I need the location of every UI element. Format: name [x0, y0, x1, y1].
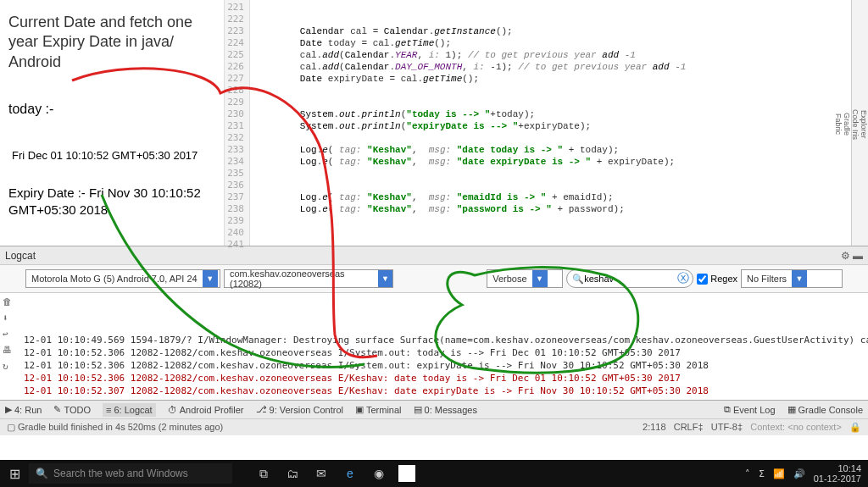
filter-text: No Filters	[742, 274, 792, 284]
device-selector[interactable]: Motorola Moto G (5) Android 7.0, API 24▼	[25, 269, 220, 288]
tab-todo[interactable]: ✎ TODO	[53, 404, 91, 415]
search-icon: 🔍	[572, 274, 584, 285]
status-bar: ▢ Gradle build finished in 4s 520ms (2 m…	[0, 418, 868, 435]
app-outlook-icon[interactable]: ✉	[307, 460, 336, 487]
annotation-expiry: Expiry Date :- Fri Nov 30 10:10:52 GMT+0…	[8, 185, 215, 218]
regex-label: Regex	[710, 274, 737, 284]
tray-bluetooth-icon[interactable]: ⵉ	[759, 468, 765, 479]
tab-messages[interactable]: ▤ 0: Messages	[414, 404, 477, 415]
search-icon: 🔍	[36, 468, 48, 479]
scroll-end-icon[interactable]: ⬇	[3, 312, 19, 324]
annotation-title: Current Date and fetch one year Expiry D…	[8, 13, 215, 72]
taskview-icon[interactable]: ⧉	[249, 460, 278, 487]
tool-explorer[interactable]: Explorer	[860, 8, 868, 241]
windows-search[interactable]: 🔍 Search the web and Windows	[29, 463, 232, 484]
logcat-title: Logcat	[5, 250, 36, 262]
lock-icon: 🔒	[849, 422, 861, 432]
right-tool-strip: Explorer Code Iris Gradle Fabric	[851, 0, 868, 246]
log-output[interactable]: 🗑 ⬇ ↩ 🖶 ↻ 12-01 10:10:49.569 1594-1879/?…	[0, 293, 868, 400]
wrap-icon[interactable]: ↩	[3, 328, 19, 340]
line-ending[interactable]: CRLF‡	[674, 422, 704, 432]
tray-clock[interactable]: 10:14 01-12-2017	[814, 463, 861, 484]
regex-check-input[interactable]	[697, 274, 708, 285]
tab-gradleconsole[interactable]: ▦ Gradle Console	[787, 404, 863, 415]
app-chrome-icon[interactable]: ◉	[364, 460, 393, 487]
filter-selector[interactable]: No Filters▼	[741, 269, 843, 288]
clear-search-icon[interactable]: ⓧ	[677, 271, 689, 286]
app-edge-icon[interactable]: e	[336, 460, 364, 487]
tab-eventlog[interactable]: ⧉ Event Log	[724, 404, 776, 415]
process-selector-text: com.keshav.ozoneoverseas (12082)	[225, 268, 378, 289]
tray-volume-icon[interactable]: 🔊	[793, 468, 805, 479]
tool-gradle[interactable]: Gradle	[843, 8, 851, 241]
tab-run[interactable]: ▶ 4: Run	[5, 404, 42, 415]
bottom-tool-tabs: ▶ 4: Run ✎ TODO ≡ 6: Logcat ⏱ Android Pr…	[0, 400, 868, 418]
loglevel-text: Verbose	[487, 274, 531, 284]
app-explorer-icon[interactable]: 🗂	[278, 460, 307, 487]
code-editor[interactable]: Calendar cal = Calendar.getInstance(); D…	[250, 0, 868, 246]
settings-icon[interactable]: ⚙ ▬	[841, 250, 863, 262]
caret-position: 2:118	[643, 422, 666, 432]
regex-checkbox[interactable]: Regex	[697, 274, 737, 285]
tray-chevron-icon[interactable]: ˄	[745, 468, 750, 479]
start-button[interactable]: ⊞	[0, 460, 29, 487]
tab-profiler[interactable]: ⏱ Android Profiler	[168, 405, 244, 415]
line-gutter: 2212222232242252262272282292302312322332…	[225, 0, 250, 246]
tray-wifi-icon[interactable]: 📶	[773, 468, 785, 479]
trash-icon[interactable]: 🗑	[3, 296, 19, 308]
tab-vcs[interactable]: ⎇ 9: Version Control	[256, 404, 343, 415]
context-status[interactable]: Context: <no context>	[750, 422, 842, 432]
tool-codeiris[interactable]: Code Iris	[851, 8, 860, 241]
loglevel-selector[interactable]: Verbose▼	[487, 269, 563, 288]
encoding[interactable]: UTF-8‡	[711, 422, 743, 432]
annotation-today-value: Fri Dec 01 10:10:52 GMT+05:30 2017	[12, 149, 198, 163]
build-status: Gradle build finished in 4s 520ms (2 min…	[18, 422, 223, 432]
tab-logcat[interactable]: ≡ 6: Logcat	[103, 403, 156, 417]
log-search-input[interactable]	[584, 274, 677, 284]
device-selector-text: Motorola Moto G (5) Android 7.0, API 24	[26, 274, 203, 284]
tab-terminal[interactable]: ▣ Terminal	[355, 404, 402, 415]
annotation-today-label: today :-	[8, 102, 53, 117]
app-notepad-icon[interactable]	[398, 465, 415, 482]
process-selector[interactable]: com.keshav.ozoneoverseas (12082)▼	[224, 269, 393, 288]
restart-icon[interactable]: ↻	[3, 360, 19, 373]
logcat-panel: Logcat ⚙ ▬ Motorola Moto G (5) Android 7…	[0, 246, 868, 400]
windows-taskbar: ⊞ 🔍 Search the web and Windows ⧉ 🗂 ✉ e ◉…	[0, 460, 868, 487]
tool-fabric[interactable]: Fabric	[834, 8, 843, 241]
windows-search-placeholder: Search the web and Windows	[53, 468, 188, 479]
annotation-overlay: Current Date and fetch one year Expiry D…	[0, 0, 225, 246]
log-search-field[interactable]: 🔍 ⓧ	[566, 269, 693, 288]
print-icon[interactable]: 🖶	[3, 344, 19, 357]
